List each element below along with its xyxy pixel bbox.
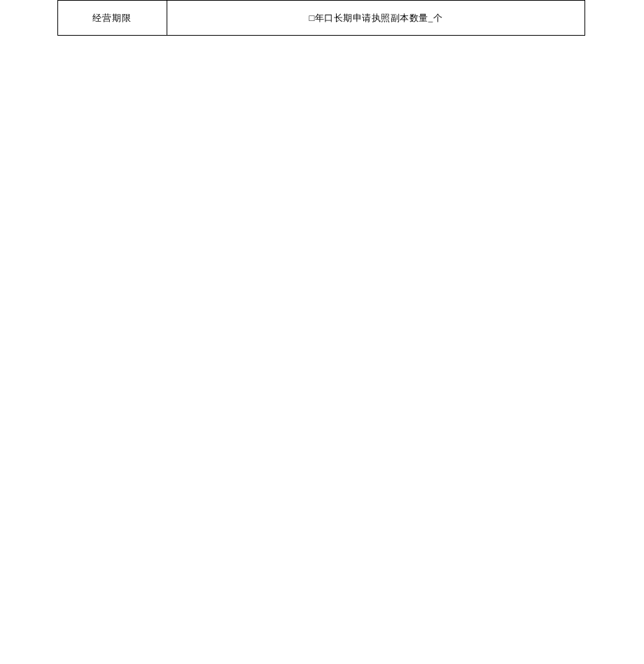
text-longterm: 长期申请执照副本数量_个 <box>334 13 443 23</box>
checkbox-icon: 口 <box>324 12 334 24</box>
row-content-cell: □年口长期申请执照副本数量_个 <box>167 1 584 36</box>
table-row: 经营期限 □年口长期申请执照副本数量_个 <box>58 1 585 36</box>
form-table-container: 经营期限 □年口长期申请执照副本数量_个 <box>57 0 585 36</box>
row-label: 经营期限 <box>92 12 132 24</box>
checkbox-icon: □ <box>309 13 314 23</box>
text-year: 年 <box>315 13 325 23</box>
row-content: □年口长期申请执照副本数量_个 <box>309 12 442 24</box>
form-table: 经营期限 □年口长期申请执照副本数量_个 <box>57 0 585 36</box>
row-label-cell: 经营期限 <box>58 1 167 36</box>
